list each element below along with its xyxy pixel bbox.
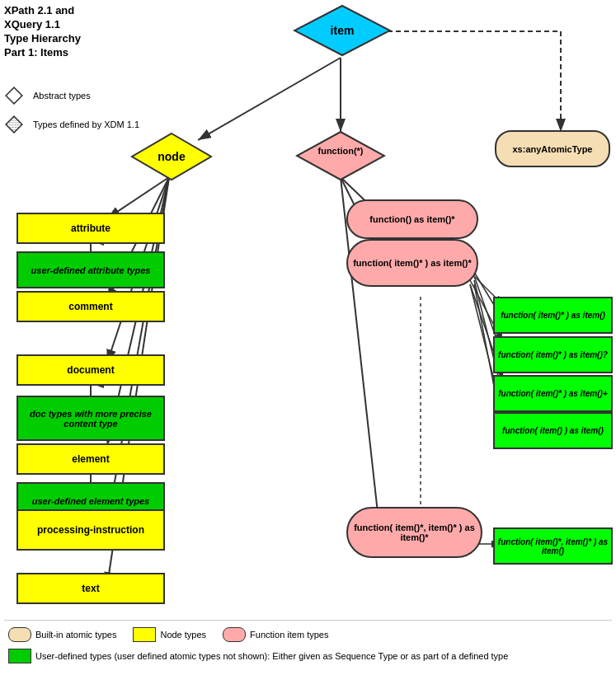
func-item-star-as-item-star-node: function( item()* ) as item()* (346, 239, 478, 287)
function-star-node: function(*) (295, 130, 386, 181)
legend-userdefined: User-defined types (user defined atomic … (8, 649, 608, 663)
item-node: item (293, 4, 392, 58)
legend-builtin: Built-in atomic types (8, 627, 116, 642)
document-node: document (16, 354, 165, 386)
func-item-star-as-item-plus-node: function( item()* ) as item()+ (493, 375, 613, 412)
func-item-star-as-item-q-node: function( item()* ) as item()? (493, 336, 613, 373)
func-item-star-item-star-as-item-star-node: function( item()*, item()* ) as item()* (346, 507, 482, 558)
func-as-item-star-node: function() as item()* (346, 199, 478, 239)
svg-text:function(*): function(*) (318, 146, 364, 156)
func-item-star-as-item-node: function( item()* ) as item() (493, 297, 613, 334)
node-node: node (130, 132, 213, 181)
user-defined-attr-node: user-defined attribute types (16, 251, 165, 288)
legend-abstract: Abstract types (4, 87, 91, 105)
xs-anyatomictype-node: xs:anyAtomicType (495, 130, 610, 167)
svg-line-4 (198, 58, 341, 140)
text-node: text (16, 573, 165, 604)
func-item-star-item-star-as-item-node: function( item()*, item()* ) as item() (493, 527, 613, 565)
legend-function-types: Function item types (223, 627, 328, 642)
diagram-title: XPath 2.1 and XQuery 1.1 Type Hierarchy … (4, 4, 81, 60)
processing-instruction-node: processing-instruction (16, 509, 165, 551)
svg-text:node: node (158, 150, 186, 163)
svg-text:item: item (331, 24, 355, 37)
svg-marker-36 (297, 132, 384, 180)
element-node: element (16, 443, 165, 475)
svg-rect-31 (6, 116, 22, 133)
comment-node: comment (16, 291, 165, 322)
svg-rect-30 (6, 87, 22, 104)
func-item-as-item-node: function( item() ) as item() (493, 412, 613, 449)
legend-node-types: Node types (133, 627, 206, 642)
attribute-node: attribute (16, 213, 165, 244)
doc-types-node: doc types with more precise content type (16, 396, 165, 441)
legend-xdm: Types defined by XDM 1.1 (4, 115, 139, 134)
bottom-legend: Built-in atomic types Node types Functio… (4, 620, 612, 668)
